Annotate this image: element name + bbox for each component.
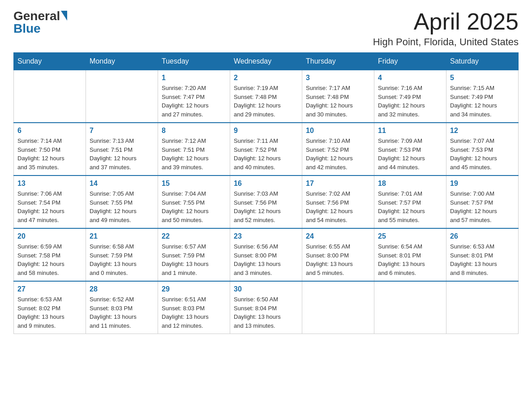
- table-row: 19Sunrise: 7:00 AM Sunset: 7:57 PM Dayli…: [446, 176, 519, 228]
- table-row: 15Sunrise: 7:04 AM Sunset: 7:55 PM Dayli…: [158, 176, 230, 228]
- table-row: 20Sunrise: 6:59 AM Sunset: 7:58 PM Dayli…: [14, 228, 86, 281]
- day-info: Sunrise: 6:58 AM Sunset: 7:59 PM Dayligh…: [90, 242, 154, 277]
- day-info: Sunrise: 7:14 AM Sunset: 7:50 PM Dayligh…: [17, 137, 82, 171]
- day-number: 15: [162, 180, 226, 188]
- table-row: 8Sunrise: 7:12 AM Sunset: 7:51 PM Daylig…: [158, 123, 230, 176]
- day-number: 25: [378, 232, 442, 240]
- day-number: 10: [306, 127, 370, 135]
- table-row: 12Sunrise: 7:07 AM Sunset: 7:53 PM Dayli…: [446, 123, 519, 176]
- header-tuesday: Tuesday: [158, 53, 230, 70]
- table-row: [302, 281, 374, 334]
- day-info: Sunrise: 6:56 AM Sunset: 8:00 PM Dayligh…: [234, 242, 298, 277]
- table-row: 3Sunrise: 7:17 AM Sunset: 7:48 PM Daylig…: [302, 70, 374, 123]
- day-number: 7: [90, 127, 154, 135]
- header-wednesday: Wednesday: [230, 53, 302, 70]
- day-info: Sunrise: 7:17 AM Sunset: 7:48 PM Dayligh…: [306, 84, 370, 119]
- table-row: 21Sunrise: 6:58 AM Sunset: 7:59 PM Dayli…: [86, 228, 158, 281]
- table-row: 25Sunrise: 6:54 AM Sunset: 8:01 PM Dayli…: [374, 228, 446, 281]
- day-number: 24: [306, 232, 370, 240]
- day-number: 23: [234, 232, 298, 240]
- day-info: Sunrise: 6:53 AM Sunset: 8:02 PM Dayligh…: [17, 295, 82, 330]
- day-info: Sunrise: 7:19 AM Sunset: 7:48 PM Dayligh…: [234, 84, 298, 119]
- table-row: 10Sunrise: 7:10 AM Sunset: 7:52 PM Dayli…: [302, 123, 374, 176]
- header-friday: Friday: [374, 53, 446, 70]
- day-info: Sunrise: 6:53 AM Sunset: 8:01 PM Dayligh…: [450, 242, 515, 277]
- day-info: Sunrise: 7:15 AM Sunset: 7:49 PM Dayligh…: [450, 84, 515, 119]
- day-number: 28: [90, 285, 154, 293]
- calendar-week-2: 6Sunrise: 7:14 AM Sunset: 7:50 PM Daylig…: [14, 123, 519, 176]
- month-title: April 2025: [373, 9, 519, 34]
- table-row: 30Sunrise: 6:50 AM Sunset: 8:04 PM Dayli…: [230, 281, 302, 334]
- day-info: Sunrise: 7:04 AM Sunset: 7:55 PM Dayligh…: [162, 189, 226, 224]
- day-number: 29: [162, 285, 226, 293]
- day-number: 9: [234, 127, 298, 135]
- logo-arrow-icon: [61, 11, 67, 21]
- day-number: 17: [306, 180, 370, 188]
- logo-blue-text: Blue: [13, 21, 41, 36]
- day-info: Sunrise: 7:09 AM Sunset: 7:53 PM Dayligh…: [378, 137, 442, 171]
- day-info: Sunrise: 7:05 AM Sunset: 7:55 PM Dayligh…: [90, 189, 154, 224]
- table-row: 22Sunrise: 6:57 AM Sunset: 7:59 PM Dayli…: [158, 228, 230, 281]
- header-monday: Monday: [86, 53, 158, 70]
- day-number: 4: [378, 74, 442, 82]
- day-number: 30: [234, 285, 298, 293]
- table-row: 24Sunrise: 6:55 AM Sunset: 8:00 PM Dayli…: [302, 228, 374, 281]
- day-number: 20: [17, 232, 82, 240]
- table-row: 17Sunrise: 7:02 AM Sunset: 7:56 PM Dayli…: [302, 176, 374, 228]
- table-row: 14Sunrise: 7:05 AM Sunset: 7:55 PM Dayli…: [86, 176, 158, 228]
- table-row: 23Sunrise: 6:56 AM Sunset: 8:00 PM Dayli…: [230, 228, 302, 281]
- table-row: 4Sunrise: 7:16 AM Sunset: 7:49 PM Daylig…: [374, 70, 446, 123]
- day-info: Sunrise: 6:54 AM Sunset: 8:01 PM Dayligh…: [378, 242, 442, 277]
- table-row: 29Sunrise: 6:51 AM Sunset: 8:03 PM Dayli…: [158, 281, 230, 334]
- table-row: 7Sunrise: 7:13 AM Sunset: 7:51 PM Daylig…: [86, 123, 158, 176]
- table-row: 13Sunrise: 7:06 AM Sunset: 7:54 PM Dayli…: [14, 176, 86, 228]
- day-number: 14: [90, 180, 154, 188]
- table-row: 26Sunrise: 6:53 AM Sunset: 8:01 PM Dayli…: [446, 228, 519, 281]
- table-row: 6Sunrise: 7:14 AM Sunset: 7:50 PM Daylig…: [14, 123, 86, 176]
- table-row: [446, 281, 519, 334]
- day-info: Sunrise: 6:50 AM Sunset: 8:04 PM Dayligh…: [234, 295, 298, 330]
- calendar-week-3: 13Sunrise: 7:06 AM Sunset: 7:54 PM Dayli…: [14, 176, 519, 228]
- day-number: 3: [306, 74, 370, 82]
- table-row: 27Sunrise: 6:53 AM Sunset: 8:02 PM Dayli…: [14, 281, 86, 334]
- table-row: [374, 281, 446, 334]
- header-thursday: Thursday: [302, 53, 374, 70]
- day-number: 1: [162, 74, 226, 82]
- calendar-table: Sunday Monday Tuesday Wednesday Thursday…: [13, 52, 519, 334]
- page-header: General Blue April 2025 High Point, Flor…: [13, 9, 519, 48]
- calendar-header-row: Sunday Monday Tuesday Wednesday Thursday…: [14, 53, 519, 70]
- day-info: Sunrise: 6:59 AM Sunset: 7:58 PM Dayligh…: [17, 242, 82, 277]
- day-number: 27: [17, 285, 82, 293]
- day-number: 18: [378, 180, 442, 188]
- day-number: 12: [450, 127, 515, 135]
- day-number: 22: [162, 232, 226, 240]
- day-number: 19: [450, 180, 515, 188]
- day-number: 16: [234, 180, 298, 188]
- day-info: Sunrise: 6:52 AM Sunset: 8:03 PM Dayligh…: [90, 295, 154, 330]
- table-row: 9Sunrise: 7:11 AM Sunset: 7:52 PM Daylig…: [230, 123, 302, 176]
- day-info: Sunrise: 7:16 AM Sunset: 7:49 PM Dayligh…: [378, 84, 442, 119]
- table-row: [86, 70, 158, 123]
- header-sunday: Sunday: [14, 53, 86, 70]
- day-info: Sunrise: 7:02 AM Sunset: 7:56 PM Dayligh…: [306, 189, 370, 224]
- day-info: Sunrise: 7:20 AM Sunset: 7:47 PM Dayligh…: [162, 84, 226, 119]
- day-number: 2: [234, 74, 298, 82]
- day-info: Sunrise: 6:55 AM Sunset: 8:00 PM Dayligh…: [306, 242, 370, 277]
- day-info: Sunrise: 7:06 AM Sunset: 7:54 PM Dayligh…: [17, 189, 82, 224]
- table-row: 11Sunrise: 7:09 AM Sunset: 7:53 PM Dayli…: [374, 123, 446, 176]
- day-info: Sunrise: 7:07 AM Sunset: 7:53 PM Dayligh…: [450, 137, 515, 171]
- day-info: Sunrise: 6:57 AM Sunset: 7:59 PM Dayligh…: [162, 242, 226, 277]
- day-number: 11: [378, 127, 442, 135]
- location-text: High Point, Florida, United States: [373, 36, 519, 48]
- table-row: 1Sunrise: 7:20 AM Sunset: 7:47 PM Daylig…: [158, 70, 230, 123]
- day-info: Sunrise: 6:51 AM Sunset: 8:03 PM Dayligh…: [162, 295, 226, 330]
- day-info: Sunrise: 7:12 AM Sunset: 7:51 PM Dayligh…: [162, 137, 226, 171]
- table-row: 18Sunrise: 7:01 AM Sunset: 7:57 PM Dayli…: [374, 176, 446, 228]
- header-saturday: Saturday: [446, 53, 519, 70]
- day-info: Sunrise: 7:03 AM Sunset: 7:56 PM Dayligh…: [234, 189, 298, 224]
- title-section: April 2025 High Point, Florida, United S…: [373, 9, 519, 48]
- day-number: 8: [162, 127, 226, 135]
- table-row: 28Sunrise: 6:52 AM Sunset: 8:03 PM Dayli…: [86, 281, 158, 334]
- table-row: 16Sunrise: 7:03 AM Sunset: 7:56 PM Dayli…: [230, 176, 302, 228]
- table-row: [14, 70, 86, 123]
